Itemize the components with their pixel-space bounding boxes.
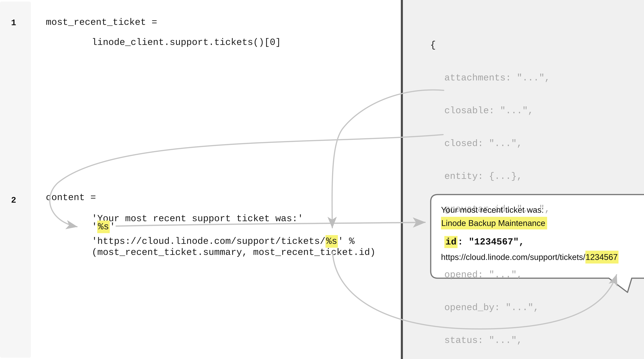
json-status: status: "...", (430, 335, 644, 346)
ticket-json-object: { attachments: "...", closable: "...", c… (430, 18, 644, 359)
bubble-line-2: Linode Backup Maintenance (441, 219, 547, 227)
json-opened-by: opened_by: "...", (430, 302, 644, 313)
bubble-line-1: Your most recent ticket was: (441, 206, 544, 214)
id-key-highlight: id (444, 236, 458, 248)
json-attachments: attachments: "...", (430, 72, 644, 83)
arrow-summary-to-placeholder (50, 135, 443, 227)
arrow-placeholder-to-bubble-summary (116, 222, 425, 226)
json-closed: closed: "...", (430, 138, 644, 149)
diagram-stage: 1 2 most_recent_ticket = linode_client.s… (0, 0, 644, 359)
bubble-url-line: https://cloud.linode.com/support/tickets… (441, 253, 618, 261)
json-id: id: "1234567", (430, 237, 644, 248)
json-brace-open: { (430, 40, 644, 51)
bubble-url-text: https://cloud.linode.com/support/tickets… (441, 253, 586, 262)
arrow-id-to-url-placeholder (332, 90, 444, 228)
json-entity: entity: {...}, (430, 171, 644, 182)
json-opened: opened: "...", (430, 270, 644, 280)
bubble-summary-highlight: Linode Backup Maintenance (441, 217, 547, 229)
bubble-id-highlight: 1234567 (586, 251, 618, 264)
id-value: : "1234567", (458, 237, 524, 247)
json-closable: closable: "...", (430, 105, 644, 116)
